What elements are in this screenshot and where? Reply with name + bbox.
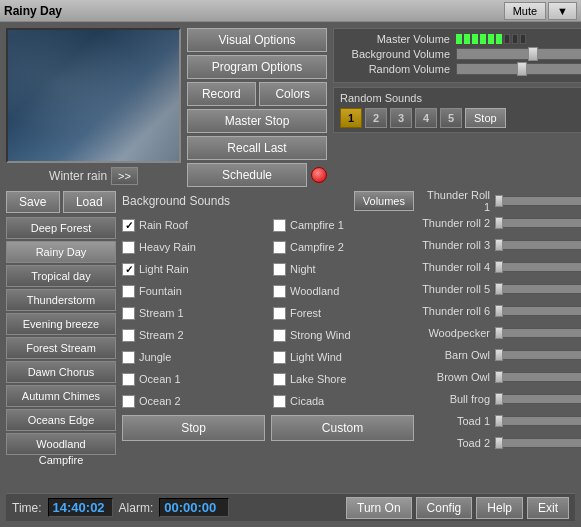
sound-slider[interactable] [494,262,581,272]
preset-item[interactable]: Rainy Day [6,241,116,263]
sound-label: Woodland [290,285,339,297]
app-title: Rainy Day [4,4,62,18]
sound-slider[interactable] [494,196,581,206]
random-stop-button[interactable]: Stop [465,108,506,128]
dropdown-button[interactable]: ▼ [548,2,577,20]
sound-item: Lake Shore [273,369,414,389]
sound-sliders: Thunder Roll 1Thunder roll 2Thunder roll… [420,191,575,493]
save-button[interactable]: Save [6,191,60,213]
center-buttons: Visual Options Program Options Record Co… [187,28,327,187]
recall-last-button[interactable]: Recall Last [187,136,327,160]
volume-section: Master Volume Background Volume [333,28,581,83]
sound-checkbox[interactable] [273,219,286,232]
sound-label: Light Wind [290,351,342,363]
sound-slider-row: Brown Owl [420,367,575,387]
sound-slider[interactable] [494,438,581,448]
preset-item[interactable]: Dawn Chorus [6,361,116,383]
sound-checkbox[interactable] [273,373,286,386]
colors-button[interactable]: Colors [259,82,328,106]
random-btn-3[interactable]: 3 [390,108,412,128]
sound-checkbox[interactable] [122,373,135,386]
sound-checkbox[interactable] [122,219,135,232]
sound-checkbox[interactable] [122,241,135,254]
load-button[interactable]: Load [63,191,117,213]
sound-checkbox[interactable] [122,329,135,342]
sound-label: Campfire 2 [290,241,344,253]
volumes-button[interactable]: Volumes [354,191,414,211]
sound-slider-row: Thunder roll 3 [420,235,575,255]
sound-checkbox[interactable] [122,351,135,364]
vol-block-1 [456,34,462,44]
sound-slider[interactable] [494,328,581,338]
random-btn-2[interactable]: 2 [365,108,387,128]
sound-slider-row: Woodpecker [420,323,575,343]
sound-checkbox[interactable] [273,351,286,364]
main-content: Winter rain >> Visual Options Program Op… [0,22,581,527]
exit-button[interactable]: Exit [527,497,569,519]
random-btn-1[interactable]: 1 [340,108,362,128]
sound-checkbox[interactable] [273,307,286,320]
sound-slider[interactable] [494,284,581,294]
background-volume-slider[interactable] [456,48,581,60]
config-button[interactable]: Config [416,497,473,519]
preview-next-button[interactable]: >> [111,167,138,185]
sound-slider[interactable] [494,240,581,250]
stop-custom-row: Stop Custom [122,415,414,441]
save-load-row: Save Load [6,191,116,213]
turn-on-button[interactable]: Turn On [346,497,412,519]
sound-slider[interactable] [494,394,581,404]
sound-checkbox[interactable] [122,263,135,276]
random-btn-4[interactable]: 4 [415,108,437,128]
preset-item[interactable]: Thunderstorm [6,289,116,311]
sound-slider[interactable] [494,218,581,228]
preset-item[interactable]: Autumn Chimes [6,385,116,407]
sound-checkbox[interactable] [273,241,286,254]
custom-button[interactable]: Custom [271,415,414,441]
sound-label: Night [290,263,316,275]
help-button[interactable]: Help [476,497,523,519]
sound-checkbox[interactable] [273,329,286,342]
sound-checkbox[interactable] [273,395,286,408]
sound-checkbox[interactable] [122,395,135,408]
sound-slider[interactable] [494,350,581,360]
sound-checkbox[interactable] [273,285,286,298]
preset-item[interactable]: Evening breeze [6,313,116,335]
sound-label: Jungle [139,351,171,363]
sound-checkbox[interactable] [122,285,135,298]
visual-options-button[interactable]: Visual Options [187,28,327,52]
program-options-button[interactable]: Program Options [187,55,327,79]
random-volume-slider[interactable] [456,63,581,75]
sound-slider[interactable] [494,306,581,316]
sound-item: Strong Wind [273,325,414,345]
right-panel: Master Volume Background Volume [333,28,581,187]
sound-label: Campfire 1 [290,219,344,231]
bg-sounds-title: Background Sounds [122,194,230,208]
sound-slider-label: Thunder roll 6 [420,305,490,317]
sound-label: Forest [290,307,321,319]
preset-item[interactable]: Deep Forest [6,217,116,239]
sound-checkbox[interactable] [122,307,135,320]
sounds-grid: Rain RoofCampfire 1Heavy RainCampfire 2L… [122,215,414,411]
background-volume-label: Background Volume [340,48,450,60]
sound-slider-label: Thunder Roll 1 [420,189,490,213]
mute-button[interactable]: Mute [504,2,546,20]
stop-button[interactable]: Stop [122,415,265,441]
sound-label: Ocean 2 [139,395,181,407]
bottom-right: Turn On Config Help Exit [346,497,569,519]
preset-item[interactable]: Tropical day [6,265,116,287]
random-btn-5[interactable]: 5 [440,108,462,128]
sound-slider-row: Thunder roll 4 [420,257,575,277]
sound-slider[interactable] [494,372,581,382]
master-stop-button[interactable]: Master Stop [187,109,327,133]
sound-label: Fountain [139,285,182,297]
preset-item[interactable]: Oceans Edge [6,409,116,431]
vol-block-7 [504,34,510,44]
sound-slider[interactable] [494,416,581,426]
preset-item[interactable]: Woodland Campfire [6,433,116,455]
preset-item[interactable]: Forest Stream [6,337,116,359]
sound-checkbox[interactable] [273,263,286,276]
record-button[interactable]: Record [187,82,256,106]
sound-slider-row: Thunder Roll 1 [420,191,575,211]
bg-sounds-section: Background Sounds Volumes Rain RoofCampf… [122,191,414,493]
schedule-button[interactable]: Schedule [187,163,307,187]
